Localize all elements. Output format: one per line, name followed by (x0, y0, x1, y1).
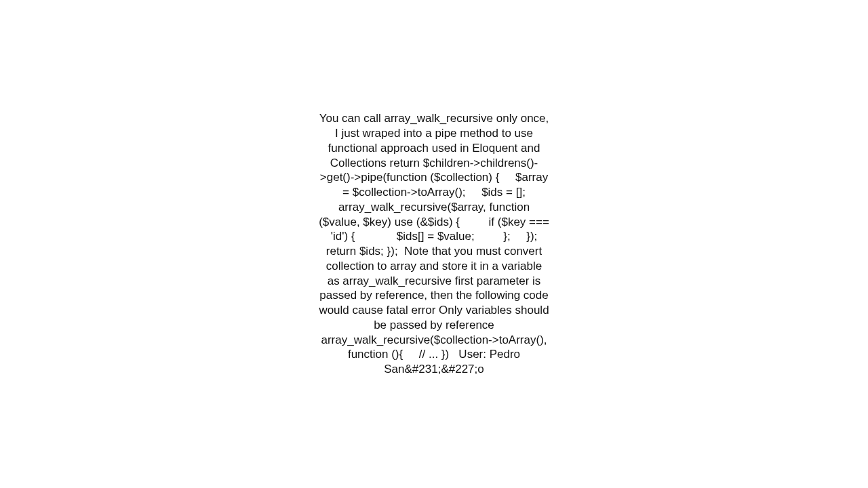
document-text: You can call array_walk_recursive only o… (319, 111, 549, 377)
